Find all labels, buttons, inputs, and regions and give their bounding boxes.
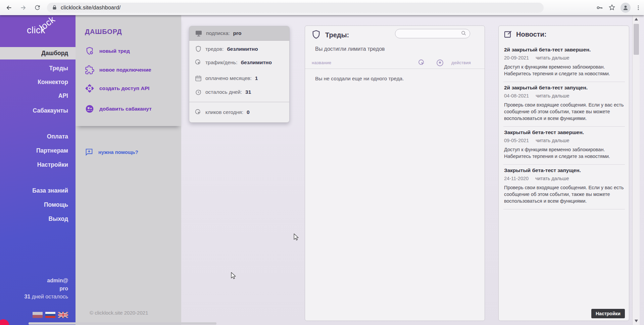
new-connection-button[interactable]: новое подключение: [85, 64, 151, 76]
sidebar-item-threads[interactable]: Треды: [0, 62, 76, 74]
flag-russia-icon[interactable]: [45, 312, 55, 318]
threads-limit-row: тредов: безлимитно: [189, 44, 289, 54]
new-thread-button[interactable]: новый тред: [85, 45, 130, 57]
news-title: Новости:: [516, 31, 547, 38]
threads-shield-icon: [311, 29, 321, 40]
news-item-title: 2й закрытый бета-тест запущен.: [504, 85, 624, 91]
subscription-header: подписка: pro: [189, 26, 289, 41]
threads-empty-message: Вы не создали еще ни одного треда.: [315, 76, 404, 82]
back-button[interactable]: [4, 3, 14, 13]
new-thread-label: новый тред: [99, 48, 130, 54]
news-item: Закрытый бета-тест запущен. 24-11-2020 ч…: [503, 165, 625, 209]
api-icon: [85, 84, 94, 93]
triangle-down-icon: [635, 320, 638, 322]
address-bar[interactable]: clicklock.site/dashboard/: [47, 3, 544, 13]
click-icon: [195, 109, 202, 116]
flag-uk-icon[interactable]: [58, 312, 68, 318]
subscription-divider: [189, 102, 289, 102]
threads-table-header: название действия: [305, 57, 485, 69]
actions-column: ДАШБОРД новый тред новое подключение соз…: [76, 15, 181, 325]
vertical-scrollbar[interactable]: [632, 15, 640, 325]
mouse-cursor: [294, 234, 299, 241]
column-clicks-icon: [418, 59, 426, 67]
forward-arrow-icon: [19, 4, 27, 11]
language-flags: [33, 312, 68, 318]
puzzle-icon: [85, 65, 94, 75]
copyright-text: © clicklock.site 2020-2021: [90, 310, 148, 316]
url-text: clicklock.site/dashboard/: [61, 5, 120, 11]
sidebar-item-dashboard[interactable]: Дашборд: [0, 47, 76, 59]
sidebar-item-connector[interactable]: Коннектор: [0, 76, 76, 88]
news-item: 2й закрытый бета-тест запущен. 04-08-202…: [503, 82, 625, 127]
lock-icon: [52, 5, 57, 10]
read-more-link[interactable]: читать дальше: [536, 55, 569, 60]
column-actions-label: действия: [451, 60, 471, 65]
sidebar-item-knowledge-base[interactable]: База знаний: [0, 185, 76, 197]
sidebar-item-payment[interactable]: Оплата: [0, 130, 76, 143]
sidebar-item-logout[interactable]: Выход: [0, 213, 76, 225]
subaccount-icon: [85, 104, 94, 114]
read-more-link[interactable]: читать дальше: [535, 176, 569, 181]
threads-search-input[interactable]: [395, 29, 470, 38]
read-more-link[interactable]: читать дальше: [536, 93, 569, 98]
back-arrow-icon: [5, 4, 13, 11]
triangle-up-icon: [635, 18, 638, 21]
sidebar-item-help[interactable]: Помощь: [0, 199, 76, 211]
sidebar-item-partners[interactable]: Партнерам: [0, 145, 76, 157]
scrollbar-thumb[interactable]: [634, 24, 639, 55]
new-connection-label: новое подключение: [99, 67, 151, 73]
add-subaccount-button[interactable]: добавить сабаканут: [85, 103, 152, 115]
account-email: admin@: [47, 278, 68, 284]
news-item-body: Доступ к функциям временно заблокирован.…: [504, 146, 624, 160]
profile-avatar[interactable]: [621, 3, 631, 13]
news-item-title: Закрытый бета-тест завершен.: [504, 129, 624, 135]
monitor-icon: [195, 29, 203, 37]
subscription-panel: подписка: pro тредов: безлимитно трафик/…: [189, 26, 290, 123]
sidebar-item-settings[interactable]: Настройки: [0, 159, 76, 171]
refresh-icon: [34, 4, 41, 11]
forward-button[interactable]: [18, 3, 28, 13]
key-icon[interactable]: [596, 4, 603, 11]
news-item-date: 24-11-2020: [504, 176, 529, 181]
news-item-date: 20-09-2021: [504, 55, 529, 60]
help-comment-plus-icon: [85, 148, 93, 156]
news-item-date: 09-05-2021: [504, 138, 529, 143]
need-help-link[interactable]: нужна помощь?: [85, 146, 138, 158]
news-item-body: Доступ к функциям временно заблокирован.…: [504, 64, 624, 77]
sidebar-item-api[interactable]: API: [0, 90, 76, 102]
shield-plus-icon: [85, 46, 94, 56]
mouse-cursor: [231, 272, 236, 279]
news-edit-icon: [503, 30, 512, 39]
account-plan: pro: [59, 286, 68, 292]
scroll-up-arrow[interactable]: [633, 16, 640, 23]
toolbar-right: [596, 0, 641, 15]
column-status-shield-icon: [436, 59, 444, 67]
logo-block[interactable]: clicklock: [0, 15, 76, 47]
traffic-row: трафик/день: безлимитно: [189, 57, 289, 68]
threads-panel: Треды: Вы достигли лимита тредов названи…: [305, 26, 485, 321]
news-item-date: 04-08-2021: [504, 93, 529, 98]
threads-title: Треды:: [325, 31, 349, 39]
browser-menu-icon[interactable]: [635, 5, 641, 11]
sidebar-item-subaccounts[interactable]: Сабакаунты: [0, 105, 76, 117]
flag-muted-icon[interactable]: [33, 312, 43, 318]
paid-months-row: оплачено месяцев: 1: [189, 73, 289, 83]
news-panel: Новости: 2й закрытый бета-тест завершен.…: [498, 26, 629, 321]
clock-icon: [195, 88, 202, 96]
news-item: 2й закрытый бета-тест завершен. 20-09-20…: [503, 44, 625, 82]
read-more-link[interactable]: читать дальше: [536, 138, 569, 143]
refresh-button[interactable]: [32, 3, 42, 13]
bookmark-star-icon[interactable]: [608, 4, 616, 11]
app-window: clicklock.site/dashboard/ clicklock Дашб…: [0, 0, 644, 325]
news-item-title: 2й закрытый бета-тест завершен.: [504, 47, 624, 53]
subscription-value: pro: [233, 30, 242, 36]
horizontal-scrollbar-thumb[interactable]: [29, 322, 216, 325]
calendar-icon: [195, 75, 202, 82]
column-name-label: название: [312, 60, 331, 65]
threads-limit-message: Вы достигли лимита тредов: [315, 46, 385, 52]
create-api-access-label: создать доступ API: [99, 85, 149, 91]
create-api-access-button[interactable]: создать доступ API: [85, 83, 149, 94]
clicks-today-row: кликов сегодня: 0: [189, 107, 289, 117]
scroll-down-arrow[interactable]: [633, 318, 640, 324]
news-item: Закрытый бета-тест завершен. 09-05-2021 …: [503, 127, 625, 165]
